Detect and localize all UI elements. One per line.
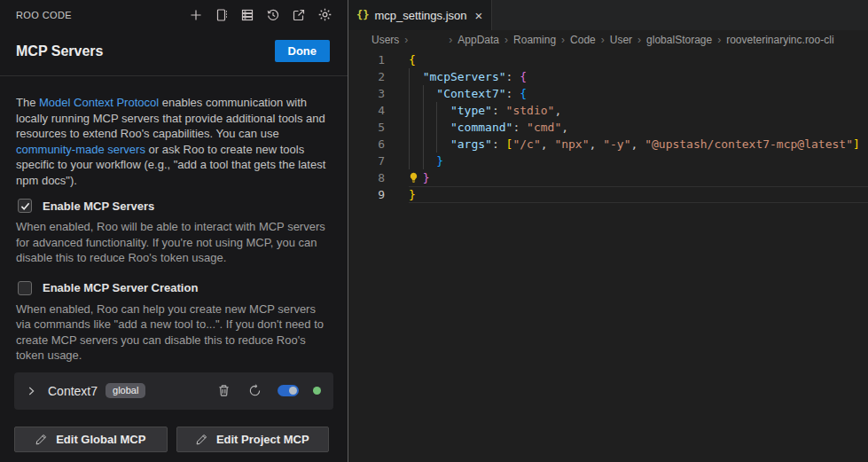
roo-code-panel: ROO CODE [0, 0, 348, 462]
breadcrumb-separator: › [717, 34, 721, 46]
tab-mcp-settings-json[interactable]: {} mcp_settings.json × [348, 0, 492, 30]
code-line[interactable]: 4 "type": "stdio", [348, 102, 868, 119]
mcp-edit-buttons: Edit Global MCP Edit Project MCP [14, 427, 329, 452]
enable-mcp-creation-label: Enable MCP Server Creation [43, 281, 198, 294]
indent-guide [409, 153, 410, 169]
line-number: 3 [348, 85, 385, 102]
breadcrumb-separator: › [504, 34, 508, 46]
line-number: 6 [348, 136, 385, 153]
indent-guide [423, 102, 424, 119]
code-line[interactable]: 5 "command": "cmd", [348, 119, 868, 136]
history-icon[interactable] [264, 6, 282, 24]
line-number: 4 [348, 102, 385, 119]
indent-guide [436, 119, 437, 136]
tab-bar: {} mcp_settings.json × [348, 0, 868, 30]
gear-icon[interactable] [316, 6, 333, 24]
indent-guide [409, 68, 410, 85]
edit-project-mcp-label: Edit Project MCP [216, 433, 309, 446]
edit-global-mcp-button[interactable]: Edit Global MCP [14, 427, 168, 452]
breadcrumb-separator: › [449, 34, 452, 46]
enable-mcp-creation-row: Enable MCP Server Creation [18, 281, 332, 295]
indent-guide [423, 136, 424, 153]
chevron-right-icon[interactable] [25, 385, 37, 397]
breadcrumb-item[interactable]: rooveterinaryinc.roo-cli [726, 34, 833, 46]
divider [0, 75, 348, 76]
breadcrumb-separator: › [561, 34, 565, 46]
plus-icon[interactable] [187, 6, 205, 24]
intro-text: The [16, 96, 39, 109]
checkbox-check-icon [20, 201, 30, 211]
breadcrumb-separator: › [404, 34, 408, 46]
code-line[interactable]: 2 "mcpServers": { [348, 68, 868, 85]
breadcrumb-item[interactable]: Roaming [513, 34, 556, 46]
server-scope-badge: global [106, 383, 145, 398]
indent-guide [436, 102, 437, 119]
server-card-context7[interactable]: Context7 global [14, 372, 333, 410]
intro-paragraph: The Model Context Protocol enables commu… [16, 95, 332, 188]
server-stack-icon[interactable] [239, 6, 256, 24]
panel-toolbar [187, 6, 333, 24]
edit-global-mcp-label: Edit Global MCP [56, 433, 145, 446]
breadcrumb-item[interactable]: User [610, 34, 632, 46]
indent-guide [409, 119, 410, 136]
breadcrumb-item[interactable]: Users [371, 34, 399, 46]
link-community-made-servers[interactable]: community-made servers [16, 143, 145, 156]
line-number: 9 [348, 186, 385, 203]
line-number: 7 [348, 153, 385, 169]
pencil-icon [196, 434, 207, 445]
pencil-icon [35, 434, 47, 445]
json-file-icon: {} [356, 9, 369, 21]
indent-guide [409, 85, 410, 102]
editor-code[interactable]: 1{2 "mcpServers": {3 "Context7": {4 "typ… [348, 50, 868, 462]
enable-mcp-creation-checkbox[interactable] [18, 281, 32, 295]
refresh-icon[interactable] [246, 383, 262, 399]
tab-filename: mcp_settings.json [374, 9, 466, 22]
code-line[interactable]: 6 "args": ["/c", "npx", "-y", "@upstash/… [348, 136, 868, 153]
link-model-context-protocol[interactable]: Model Context Protocol [39, 96, 159, 109]
enable-mcp-creation-description: When enabled, Roo can help you create ne… [16, 301, 332, 364]
editor-pane: {} mcp_settings.json × Users › › AppData… [348, 0, 868, 462]
server-name: Context7 [48, 384, 98, 398]
app-window: ROO CODE [0, 0, 868, 462]
breadcrumb-separator: › [601, 34, 605, 46]
line-number: 5 [348, 119, 385, 136]
toggle-knob [289, 387, 297, 395]
panel-header: ROO CODE [0, 0, 348, 29]
line-number: 1 [348, 51, 385, 68]
lightbulb-icon[interactable] [408, 172, 419, 184]
notebook-icon[interactable] [213, 6, 231, 24]
indent-guide [409, 102, 410, 119]
line-number: 2 [348, 68, 385, 85]
indent-guide [436, 136, 437, 153]
code-line[interactable]: 8 } [348, 169, 868, 186]
trash-icon[interactable] [215, 383, 231, 399]
edit-project-mcp-button[interactable]: Edit Project MCP [176, 427, 330, 452]
indent-guide [423, 85, 424, 102]
indent-guide [423, 153, 424, 169]
code-line[interactable]: 7 } [348, 153, 868, 169]
breadcrumb-item[interactable]: globalStorage [646, 34, 712, 46]
enable-mcp-servers-description: When enabled, Roo will be able to intera… [16, 219, 332, 266]
status-dot [313, 387, 321, 395]
enable-mcp-servers-label: Enable MCP Servers [43, 200, 154, 213]
done-button[interactable]: Done [275, 40, 331, 62]
code-line[interactable]: 1{ [348, 51, 868, 68]
breadcrumb-item[interactable]: AppData [457, 34, 499, 46]
line-number: 8 [348, 169, 385, 186]
code-line[interactable]: 3 "Context7": { [348, 85, 868, 102]
indent-guide [409, 136, 410, 153]
indent-guide [423, 119, 424, 136]
enable-mcp-servers-checkbox[interactable] [18, 199, 32, 213]
breadcrumb-separator: › [637, 34, 641, 46]
server-enabled-toggle[interactable] [278, 385, 299, 396]
breadcrumb-item[interactable]: Code [570, 34, 596, 46]
breadcrumb: Users › › AppData › Roaming › Code › Use… [348, 30, 868, 50]
page-title: MCP Servers [16, 43, 103, 59]
code-line[interactable]: 9} [348, 186, 868, 203]
close-tab-icon[interactable]: × [475, 9, 483, 22]
enable-mcp-servers-row: Enable MCP Servers [18, 199, 332, 213]
panel-title: ROO CODE [16, 10, 72, 20]
external-link-icon[interactable] [290, 6, 308, 24]
